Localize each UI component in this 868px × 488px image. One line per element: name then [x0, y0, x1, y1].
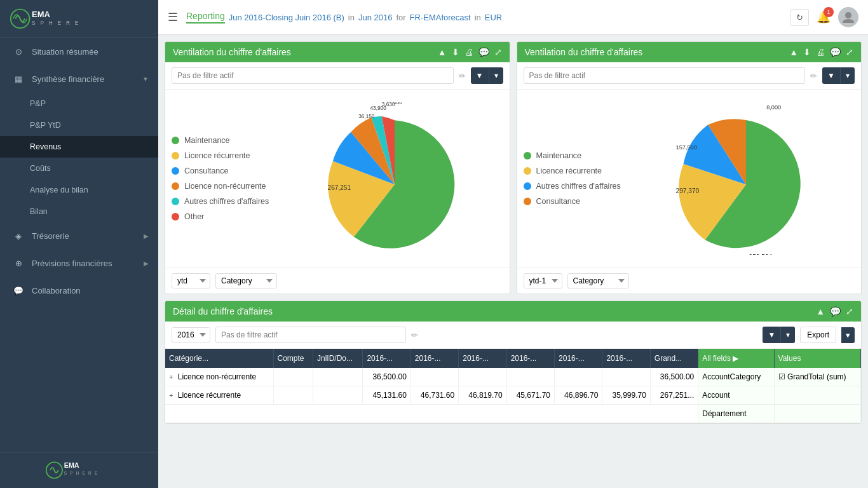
panel2-print-icon[interactable]: 🖨	[816, 47, 825, 57]
td-empty	[165, 405, 698, 423]
col-allfields: All fields ▶	[698, 349, 774, 368]
sidebar-label-pp-ytd: P&P YtD	[30, 121, 61, 130]
expand-icon-2[interactable]: +	[169, 391, 173, 399]
topbar-entity-value[interactable]: FR-EMAforecast	[410, 13, 471, 22]
topbar-compare-value[interactable]: Jun 2016	[358, 13, 393, 22]
chart1-label-bottom: 1,255,051	[374, 254, 403, 255]
td-v1-2: 45,131.60	[363, 386, 410, 405]
panel1-download-icon[interactable]: ⬇	[452, 47, 459, 57]
legend2-dot-consultance	[524, 198, 531, 205]
detail-filter-caret[interactable]: ▾	[780, 327, 795, 343]
sidebar-item-synthese[interactable]: ▦ Synthèse financière ▼	[0, 65, 158, 93]
panel1-print-icon[interactable]: 🖨	[465, 47, 473, 57]
panel2-filter-caret[interactable]: ▾	[840, 67, 855, 84]
pie-chart-2-svg: 297,370 950,564 157,500 8,000	[673, 102, 819, 255]
detail-comment-icon[interactable]: 💬	[830, 306, 841, 316]
legend2-label-maintenance: Maintenance	[536, 151, 582, 160]
legend-label-consultance: Consultance	[184, 166, 229, 175]
sidebar-item-revenus[interactable]: Revenus	[0, 136, 158, 158]
col-2016-5: 2016-...	[555, 349, 602, 368]
detail-pencil-button[interactable]: ✏	[411, 330, 418, 340]
td-jnl-1	[313, 368, 363, 386]
legend-dot-consultance	[172, 167, 179, 175]
legend-label-other: Other	[184, 212, 204, 221]
panel1-title: Ventilation du chiffre d'affaires	[173, 47, 291, 57]
panel1-filter-button[interactable]: ▼	[471, 67, 489, 84]
detail-expand-icon[interactable]: ⤢	[846, 306, 853, 316]
sidebar-item-situation[interactable]: ⊙ Situation résumée	[0, 38, 158, 65]
user-avatar[interactable]	[838, 7, 858, 27]
panel1-up-icon[interactable]: ▲	[438, 47, 447, 57]
panel1-period-select[interactable]: ytd ytd-1 mtd	[172, 273, 210, 288]
panel2-pencil-button[interactable]: ✏	[810, 71, 817, 81]
sidebar-label-pp: P&P	[30, 99, 46, 108]
chart2-label-left: 297,370	[676, 187, 700, 194]
menu-icon[interactable]: ☰	[168, 10, 178, 24]
panel2-period-select[interactable]: ytd ytd-1 mtd	[524, 273, 562, 288]
panel1-expand-icon[interactable]: ⤢	[494, 47, 502, 57]
sidebar-item-tresorerie[interactable]: ◈ Trésorerie ▶	[0, 222, 158, 250]
td-grand-1: 36,500.00	[650, 368, 698, 386]
notification-button[interactable]: 🔔 1	[817, 10, 831, 24]
detail-filter-input[interactable]	[215, 327, 406, 343]
svg-text:S P H E R E: S P H E R E	[64, 471, 98, 475]
panel1-comment-icon[interactable]: 💬	[478, 47, 489, 57]
panel2-up-icon[interactable]: ▲	[789, 47, 798, 57]
topbar-period-value[interactable]: Jun 2016-Closing Juin 2016 (B)	[229, 13, 344, 22]
sidebar-label-bilan: Bilan	[30, 207, 48, 216]
legend-item-licence-rec: Licence récurrente	[172, 148, 286, 163]
panel2-download-icon[interactable]: ⬇	[803, 47, 811, 57]
panel1-icons: ▲ ⬇ 🖨 💬 ⤢	[438, 47, 502, 57]
topbar-in2: in	[475, 13, 481, 22]
topbar-reporting-label: Reporting	[186, 11, 225, 24]
table-row: + Licence récurrente 45,131.60 46,731.60…	[165, 386, 861, 405]
panel2-category-select[interactable]: Category Account Department	[567, 273, 629, 288]
td-grand-2: 267,251...	[650, 386, 698, 405]
panel2-chart-area: Maintenance Licence récurrente Autres ch…	[517, 90, 862, 268]
legend-dot-other	[172, 213, 179, 220]
td-v2-1	[410, 368, 458, 386]
detail-year-select[interactable]: 2016 2015 2014	[172, 327, 210, 342]
legend2-dot-licence-rec	[524, 167, 531, 175]
sidebar-navigation: ⊙ Situation résumée ▦ Synthèse financièr…	[0, 38, 158, 452]
sidebar-item-previsions[interactable]: ⊕ Prévisions financières ▶	[0, 250, 158, 277]
panel1-pencil-button[interactable]: ✏	[459, 71, 466, 81]
legend2-dot-autres-ca	[524, 182, 531, 190]
panel1-filter-input[interactable]	[172, 67, 454, 84]
chevron-right-icon-2: ▶	[144, 260, 149, 267]
legend-item-other: Other	[172, 209, 286, 224]
sidebar-item-couts[interactable]: Coûts	[0, 158, 158, 179]
sidebar-label-analyse: Analyse du bilan	[30, 186, 88, 194]
sidebar-item-bilan[interactable]: Bilan	[0, 201, 158, 222]
panel1-filter-caret[interactable]: ▾	[489, 67, 503, 84]
topbar-currency-value[interactable]: EUR	[485, 13, 502, 22]
panel2-toolbar: ✏ ▼ ▾	[517, 62, 862, 90]
sidebar-item-analyse[interactable]: Analyse du bilan	[0, 179, 158, 201]
charts-row: Ventilation du chiffre d'affaires ▲ ⬇ 🖨 …	[165, 41, 862, 294]
panel2-expand-icon[interactable]: ⤢	[846, 47, 853, 57]
sidebar-item-pp-ytd[interactable]: P&P YtD	[0, 114, 158, 136]
panel2-comment-icon[interactable]: 💬	[830, 47, 841, 57]
td-v5-1	[555, 368, 602, 386]
bar-chart-icon: ▦	[11, 74, 25, 84]
export-caret-button[interactable]: ▾	[841, 327, 855, 343]
td-v2-2: 46,731.60	[410, 386, 458, 405]
panel1-category-select[interactable]: Category Account Department	[215, 273, 277, 288]
sidebar-item-pp[interactable]: P&P	[0, 93, 158, 114]
sidebar-label-revenus: Revenus	[30, 142, 61, 151]
content-area: Ventilation du chiffre d'affaires ▲ ⬇ 🖨 …	[158, 35, 868, 488]
panel2-filter-button[interactable]: ▼	[822, 67, 840, 84]
sidebar-label-synthese: Synthèse financière	[32, 74, 142, 84]
detail-up-icon[interactable]: ▲	[816, 306, 825, 316]
panel2-filter-input[interactable]	[524, 67, 806, 84]
export-button[interactable]: Export	[800, 327, 836, 343]
sidebar-item-collaboration[interactable]: 💬 Collaboration	[0, 277, 158, 304]
topbar-right: ↻ 🔔 1	[790, 7, 858, 27]
svg-text:S P H E R E: S P H E R E	[32, 20, 80, 26]
legend2-label-licence-rec: Licence récurrente	[536, 166, 602, 175]
panel2-footer: ytd ytd-1 mtd Category Account Departmen…	[517, 268, 862, 294]
expand-icon-1[interactable]: +	[169, 373, 173, 381]
td-v4-1	[506, 368, 554, 386]
detail-filter-button[interactable]: ▼	[763, 327, 780, 343]
refresh-button[interactable]: ↻	[790, 9, 809, 26]
